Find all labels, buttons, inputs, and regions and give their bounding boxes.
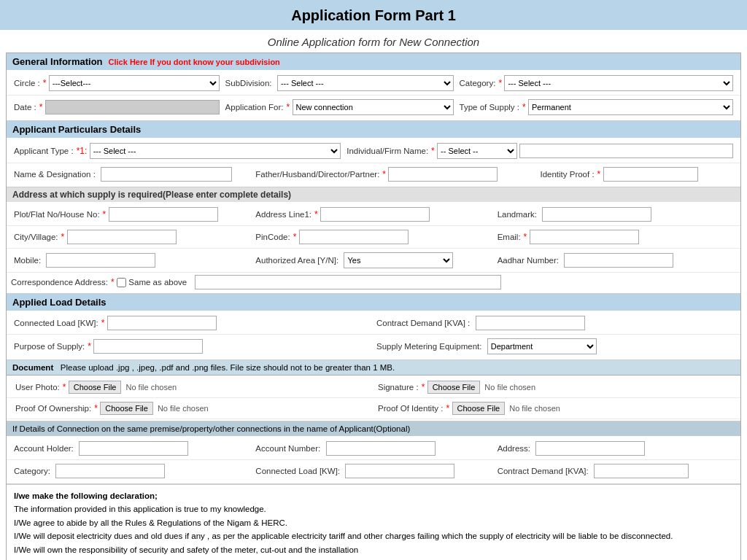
mobile-field: Mobile:: [11, 252, 252, 269]
city-input[interactable]: [67, 230, 177, 244]
type-of-supply-label: Type of Supply :: [460, 103, 519, 112]
aadhar-input[interactable]: [564, 253, 673, 268]
address-row-1: Plot/Flat No/House No: * Address Line1: …: [7, 203, 740, 226]
account-holder-label: Account Holder:: [14, 444, 74, 453]
landmark-input[interactable]: [542, 207, 651, 222]
application-for-select[interactable]: New connection: [293, 99, 454, 115]
category-select[interactable]: --- Select ---: [504, 75, 733, 91]
declaration-line-5: I/We am/are the owner(s) / legal occupie…: [14, 556, 733, 560]
aadhar-label: Aadhar Number:: [498, 256, 559, 265]
applicant-row-2: Name & Designation : Father/Husband/Dire…: [7, 163, 740, 185]
same-as-above-checkbox[interactable]: [117, 278, 126, 287]
circle-select[interactable]: ---Select---: [49, 75, 220, 91]
correspondence-input[interactable]: [195, 275, 501, 289]
address-header: Address at which supply is required(Plea…: [7, 187, 740, 202]
plot-input[interactable]: [109, 207, 218, 222]
correspondence-row: Correspondence Address: * Same as above: [7, 273, 740, 292]
category-field: Category: * --- Select ---: [457, 74, 736, 93]
pincode-input[interactable]: [299, 230, 409, 244]
applicant-type-select[interactable]: --- Select ---: [90, 143, 341, 159]
authorized-area-select[interactable]: Yes: [344, 252, 453, 268]
individual-firm-input[interactable]: [519, 144, 733, 158]
general-info-header: General Information Click Here If you do…: [7, 53, 740, 70]
optional-category-input[interactable]: [55, 464, 165, 478]
correspondence-label: Correspondence Address:: [11, 278, 108, 287]
applied-load-section: Applied Load Details Connected Load [KW]…: [7, 294, 740, 360]
signature-no-file: No file chosen: [484, 383, 535, 392]
name-designation-label: Name & Designation :: [14, 170, 96, 179]
supply-metering-label: Supply Metering Equipment:: [376, 342, 481, 351]
pincode-field: PinCode: *: [252, 228, 494, 246]
connected-load-label: Connected Load [KW]:: [14, 319, 98, 327]
email-input[interactable]: [530, 230, 639, 244]
contract-demand-field: Contract Demand [KVA] :: [374, 314, 736, 332]
declaration-line-2: I/We agree to abide by all the Rules & R…: [14, 516, 733, 529]
plot-field: Plot/Flat No/House No: *: [11, 206, 252, 223]
proof-identity-btn[interactable]: Choose File: [452, 402, 506, 415]
subdivision-label: SubDivision:: [225, 79, 272, 88]
identity-proof-label: Identity Proof :: [540, 170, 594, 179]
type-of-supply-field: Type of Supply : * Permanent: [457, 98, 736, 117]
circle-field: Circle : * ---Select---: [11, 74, 222, 93]
address-line1-input[interactable]: [320, 207, 430, 222]
account-holder-input[interactable]: [79, 441, 188, 456]
optional-connected-load-input[interactable]: [345, 464, 454, 478]
date-label: Date :: [14, 103, 36, 112]
mobile-input[interactable]: [46, 253, 155, 268]
general-row-1: Circle : * ---Select--- SubDivision: ---…: [7, 71, 740, 96]
supply-metering-select[interactable]: Department: [487, 338, 597, 354]
proof-identity-field: Proof Of Identity : * Choose File No fil…: [374, 400, 736, 416]
address-row-2: City/Village: * PinCode: * Email: *: [7, 226, 740, 249]
identity-proof-input[interactable]: [603, 167, 698, 182]
optional-address-field: Address:: [495, 440, 736, 457]
applicant-particulars-section: Applicant Particulars Details Applicant …: [7, 121, 740, 187]
optional-contract-demand-input[interactable]: [594, 464, 689, 478]
signature-btn[interactable]: Choose File: [427, 381, 481, 394]
aadhar-field: Aadhar Number:: [495, 252, 736, 269]
load-row-1: Connected Load [KW]: * Contract Demand […: [7, 312, 740, 335]
type-of-supply-select[interactable]: Permanent: [528, 99, 733, 115]
proof-identity-label: Proof Of Identity :: [378, 404, 443, 413]
father-husband-label: Father/Husband/Director/Partner:: [255, 170, 379, 179]
applicant-type-label: Applicant Type :: [14, 147, 74, 155]
application-for-field: Application For: * New connection: [222, 98, 457, 117]
general-row-2: Date : * 28/1/2016 Application For: * Ne…: [7, 96, 740, 119]
proof-ownership-btn[interactable]: Choose File: [100, 402, 153, 415]
connected-load-field: Connected Load [KW]: *: [11, 314, 374, 332]
subdivision-link[interactable]: Click Here If you dont know your subdivi…: [109, 58, 280, 66]
address-line1-field: Address Line1: *: [252, 206, 494, 223]
individual-firm-select[interactable]: -- Select --: [437, 143, 517, 159]
landmark-label: Landmark:: [498, 210, 537, 219]
address-row-3: Mobile: Authorized Area [Y/N]: Yes Aadha…: [7, 249, 740, 273]
email-field: Email: *: [495, 228, 736, 246]
declaration-title: I/we make the following declaration;: [14, 489, 733, 502]
document-section: Document Please upload .jpg , .jpeg, .pd…: [7, 360, 740, 421]
account-holder-field: Account Holder:: [11, 440, 252, 457]
date-input[interactable]: 28/1/2016: [45, 100, 220, 114]
contract-demand-input[interactable]: [476, 316, 585, 330]
user-photo-field: User Photo: * Choose File No file chosen: [11, 379, 374, 395]
document-header: Document Please upload .jpg , .jpeg, .pd…: [7, 360, 740, 376]
subdivision-select[interactable]: --- Select ---: [277, 75, 454, 91]
optional-row-2: Category: Connected Load [KW]: Contract …: [7, 460, 740, 482]
connected-load-input[interactable]: [107, 316, 217, 330]
document-row-1: User Photo: * Choose File No file chosen…: [7, 377, 740, 398]
subtitle: Online Application form for New Connecti…: [0, 30, 747, 52]
signature-field: Signature : * Choose File No file chosen: [374, 379, 736, 395]
authorized-area-label: Authorized Area [Y/N]:: [255, 256, 338, 265]
optional-address-input[interactable]: [535, 441, 645, 456]
optional-category-field: Category:: [11, 462, 252, 480]
optional-row-1: Account Holder: Account Number: Address:: [7, 438, 740, 460]
account-number-input[interactable]: [326, 441, 436, 456]
identity-proof-field: Identity Proof : *: [537, 166, 736, 183]
declaration-line-3: I/We will deposit electricity dues and o…: [14, 529, 733, 542]
name-designation-field: Name & Designation :: [11, 166, 252, 183]
optional-connected-load-field: Connected Load [KW]:: [252, 462, 494, 480]
subdivision-field: SubDivision: --- Select ---: [222, 74, 457, 93]
purpose-of-supply-field: Purpose of Supply: *: [11, 338, 374, 355]
father-husband-input[interactable]: [388, 167, 498, 182]
user-photo-btn[interactable]: Choose File: [69, 381, 122, 394]
name-designation-input[interactable]: [101, 167, 232, 182]
proof-ownership-no-file: No file chosen: [158, 404, 209, 413]
purpose-of-supply-input[interactable]: [93, 339, 203, 354]
